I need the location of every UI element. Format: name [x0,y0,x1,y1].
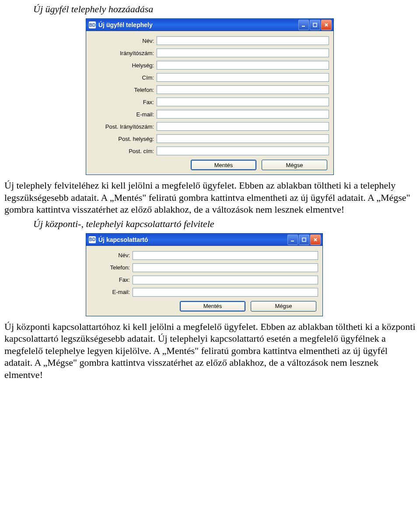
input-zip[interactable] [157,49,329,57]
input-fax[interactable] [133,276,318,284]
label-fax: Fax: [91,276,133,283]
minimize-button[interactable] [287,234,298,245]
input-address[interactable] [157,73,329,82]
input-post-address[interactable] [157,147,329,155]
label-fax: Fax: [91,99,157,105]
input-post-zip[interactable] [157,122,329,131]
label-phone: Telefon: [91,87,157,93]
section-heading-1: Új ügyfél telephely hozzáadása [3,4,417,18]
label-zip: Irányítószám: [91,50,157,56]
window-title: Új ügyfél telephely [98,21,298,28]
input-email[interactable] [133,288,318,297]
svg-rect-1 [313,23,317,27]
dialog-new-contact: BD Új kapcsolattartó Név: Telefon: Fax: … [86,233,323,316]
input-fax[interactable] [157,98,329,106]
label-email: E-mail: [91,111,157,118]
input-post-city[interactable] [157,134,329,143]
label-city: Helység: [91,62,157,69]
section-paragraph-2: Új központi kapcsolattartóhoz ki kell je… [3,317,417,384]
label-post-zip: Post. Irányítószám: [91,123,157,130]
close-button[interactable] [310,234,321,245]
app-icon: BD [89,21,96,28]
maximize-button[interactable] [299,234,309,245]
titlebar[interactable]: BD Új kapcsolattartó [86,234,322,246]
label-post-address: Post. cím: [91,148,157,154]
section-heading-2: Új központi-, telephelyi kapcsolattartó … [3,218,417,232]
close-button[interactable] [321,20,332,30]
save-button[interactable]: Mentés [191,160,256,170]
window-title: Új kapcsolattartó [98,236,287,243]
label-address: Cím: [91,74,157,81]
input-phone[interactable] [157,85,329,94]
dialog-new-site: BD Új ügyfél telephely Név: Irányítószám… [86,18,334,175]
label-email: E-mail: [91,289,133,295]
svg-rect-3 [302,238,306,242]
label-post-city: Post. helység: [91,136,157,142]
minimize-button[interactable] [298,20,309,30]
svg-rect-0 [302,26,305,27]
cancel-button[interactable]: Mégse [262,160,327,170]
label-name: Név: [91,38,157,44]
input-name[interactable] [133,251,318,260]
maximize-button[interactable] [310,20,320,30]
cancel-button[interactable]: Mégse [251,301,316,312]
save-button[interactable]: Mentés [180,301,245,312]
app-icon: BD [89,236,96,243]
input-email[interactable] [157,110,329,119]
input-city[interactable] [157,61,329,70]
input-phone[interactable] [133,263,318,272]
input-name[interactable] [157,36,329,45]
section-paragraph-1: Új telephely felviteléhez ki kell jelöln… [3,176,417,218]
label-phone: Telefon: [91,264,133,271]
svg-rect-2 [291,241,294,242]
label-name: Név: [91,252,133,259]
titlebar[interactable]: BD Új ügyfél telephely [86,19,333,31]
